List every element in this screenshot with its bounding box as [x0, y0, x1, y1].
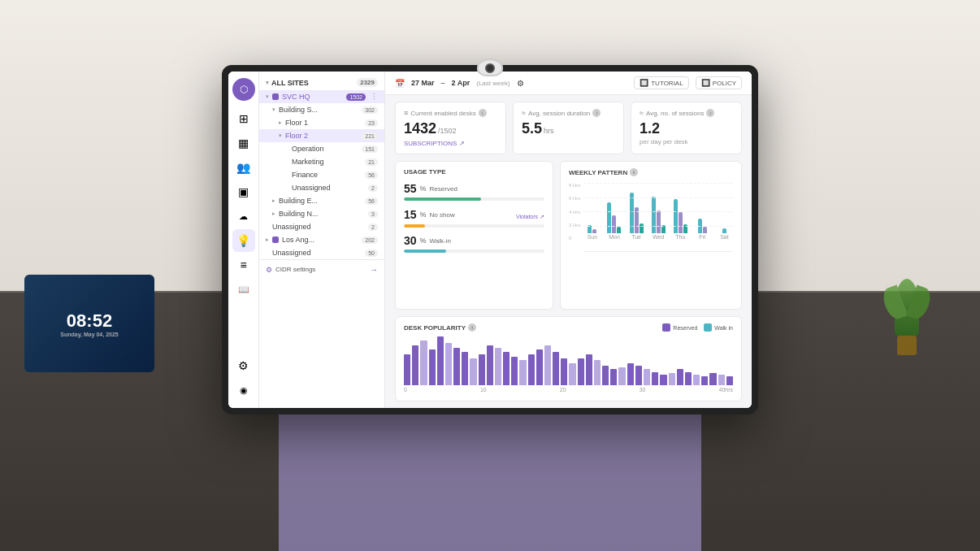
usage-reserved-sym: % — [420, 184, 427, 193]
legend-walkin-label: Walk in — [714, 325, 733, 331]
enabled-desks-label: ≡ Current enabled desks i — [404, 109, 497, 117]
legend-reserved: Reserved — [662, 323, 697, 332]
policy-button[interactable]: 🔲 POLICY — [696, 76, 742, 89]
sat-bar-1 — [722, 228, 726, 233]
pop-bar-10 — [487, 345, 493, 385]
nav-item-floor1[interactable]: ▸ Floor 1 23 — [259, 116, 384, 129]
brand-icon[interactable]: ⬡ — [232, 78, 255, 101]
weekly-bars-area: Sun Mon — [583, 183, 733, 252]
nav-item-floor2[interactable]: ▾ Floor 2 221 — [259, 129, 384, 142]
usage-reserved-pct: 55 — [404, 182, 417, 195]
usage-noshow-bar-bg — [404, 224, 544, 228]
tutorial-label: TUTORIAL — [651, 80, 683, 87]
nav-panel: ▾ ALL SITES 2329 ▾ SVC HQ 1502 ⋮ ▾ Build… — [259, 72, 385, 408]
pop-bar-23 — [594, 360, 601, 385]
sidebar-icon-settings[interactable]: ⚙ — [232, 354, 255, 377]
marketing-label: Marketing — [292, 158, 324, 166]
nav-item-unassigned-la[interactable]: Unassigned 50 — [259, 246, 384, 259]
pop-bar-38 — [718, 375, 725, 385]
cidr-settings-link[interactable]: ⚙ CIDR settings → — [259, 259, 384, 279]
day-wed-bars — [652, 197, 666, 233]
stat-enabled-desks: ≡ Current enabled desks i 1432 /1502 SUB… — [395, 102, 506, 154]
mon-bar-3 — [617, 227, 621, 233]
pop-bar-27 — [627, 363, 634, 385]
pop-bar-5 — [445, 343, 452, 385]
violators-link[interactable]: Violators ↗ — [516, 207, 544, 222]
nav-item-los-ang[interactable]: ▸ Los Ang... 202 — [259, 233, 384, 246]
sessions-label: ≈ Avg. no. of sessions i — [640, 109, 733, 117]
sidebar-icon-desk[interactable]: 💡 — [232, 229, 255, 252]
pop-bar-31 — [660, 375, 666, 385]
subscriptions-link[interactable]: SUBSCRIPTIONS ↗ — [404, 140, 497, 147]
date-from: 27 Mar — [411, 79, 435, 87]
fri-bar-2 — [703, 227, 707, 233]
usage-noshow-header: 15 % No show Violators ↗ — [404, 207, 544, 222]
nav-item-building-e[interactable]: ▸ Building E... 56 — [259, 194, 384, 207]
sidebar-icon-pages[interactable]: ⊞ — [232, 107, 255, 130]
usage-reserved-header: 55 % Reserved — [404, 182, 544, 195]
sidebar-icon-list[interactable]: ≡ — [232, 254, 255, 276]
nav-item-marketing[interactable]: Marketing 21 — [259, 155, 384, 168]
tutorial-button[interactable]: 🔲 TUTORIAL — [634, 76, 688, 89]
sidebar-icon-building[interactable]: ▦ — [232, 132, 255, 154]
day-sun: Sun — [583, 225, 601, 240]
day-sat-bars — [722, 228, 726, 233]
pop-bar-25 — [610, 369, 617, 385]
pop-bar-16 — [536, 349, 543, 385]
day-sun-bars — [588, 225, 596, 233]
weekly-pattern-info[interactable]: i — [630, 168, 638, 176]
nav-item-finance[interactable]: Finance 56 — [259, 168, 384, 181]
enabled-desks-info[interactable]: i — [479, 109, 487, 117]
mon-bar-2 — [612, 215, 616, 233]
y-axis-labels: 8 Hrs 6 Hrs 4 Hrs 2 Hrs 0 — [569, 183, 580, 252]
los-ang-count: 202 — [362, 236, 378, 244]
day-fri-label: Fri — [699, 234, 705, 240]
thu-bar-3 — [683, 224, 687, 233]
unassigned-la-label: Unassigned — [272, 249, 311, 257]
pop-bar-33 — [677, 369, 683, 385]
session-duration-sub: hrs — [544, 127, 554, 135]
all-sites-header[interactable]: ▾ ALL SITES 2329 — [259, 72, 384, 90]
desk-count-icon: ≡ — [404, 109, 408, 117]
usage-walkin-header: 30 % Walk-in — [404, 234, 544, 247]
pop-bar-34 — [685, 372, 692, 385]
usage-item-reserved: 55 % Reserved — [404, 182, 544, 201]
pop-bar-37 — [709, 373, 716, 385]
nav-item-building-n[interactable]: ▸ Building N... 3 — [259, 207, 384, 220]
sidebar-icon-calendar[interactable]: ▣ — [232, 180, 255, 203]
sidebar-icon-user[interactable]: ◉ — [232, 379, 255, 401]
day-sat-label: Sat — [720, 234, 729, 240]
pop-bar-8 — [470, 358, 476, 385]
session-duration-info[interactable]: i — [592, 109, 601, 117]
mon-bar-1 — [607, 202, 611, 233]
pop-bar-0 — [404, 354, 410, 385]
usage-reserved-bar — [404, 197, 481, 201]
floor2-count: 221 — [362, 132, 378, 140]
sidebar-icon-cloud[interactable]: ☁ — [232, 205, 255, 228]
sidebar-icon-book[interactable]: 📖 — [232, 278, 255, 301]
desk-pop-info[interactable]: i — [468, 323, 476, 332]
building-n-count: 3 — [368, 210, 378, 218]
pop-bar-24 — [602, 366, 609, 385]
legend-walkin-check[interactable] — [704, 323, 712, 332]
sessions-info[interactable]: i — [706, 109, 714, 117]
nav-item-unassigned-f2[interactable]: Unassigned 2 — [259, 181, 384, 194]
sidebar-icon-people[interactable]: 👥 — [232, 156, 255, 179]
main-content: 📅 27 Mar – 2 Apr (Last week) ⚙ 🔲 TUTORIA… — [385, 72, 752, 408]
nav-item-unassigned-svc[interactable]: Unassigned 2 — [259, 220, 384, 233]
usage-reserved-bar-bg — [404, 197, 544, 201]
pop-bar-32 — [669, 373, 675, 385]
nav-item-svc-hq[interactable]: ▾ SVC HQ 1502 ⋮ — [259, 90, 384, 103]
unassigned-f2-count: 2 — [368, 184, 378, 192]
legend-reserved-check[interactable] — [662, 323, 670, 332]
x-label-30: 30 — [640, 387, 646, 393]
topbar-settings-icon[interactable]: ⚙ — [517, 79, 524, 88]
top-bar: 📅 27 Mar – 2 Apr (Last week) ⚙ 🔲 TUTORIA… — [385, 72, 752, 95]
top-bar-left: 📅 27 Mar – 2 Apr (Last week) ⚙ — [395, 79, 524, 88]
nav-item-operation[interactable]: Operation 151 — [259, 142, 384, 155]
pop-bar-39 — [726, 376, 733, 385]
pop-bar-1 — [412, 345, 418, 385]
building-s-count: 302 — [362, 106, 378, 114]
pop-bar-7 — [462, 352, 468, 385]
nav-item-building-s[interactable]: ▾ Building S... 302 — [259, 103, 384, 116]
